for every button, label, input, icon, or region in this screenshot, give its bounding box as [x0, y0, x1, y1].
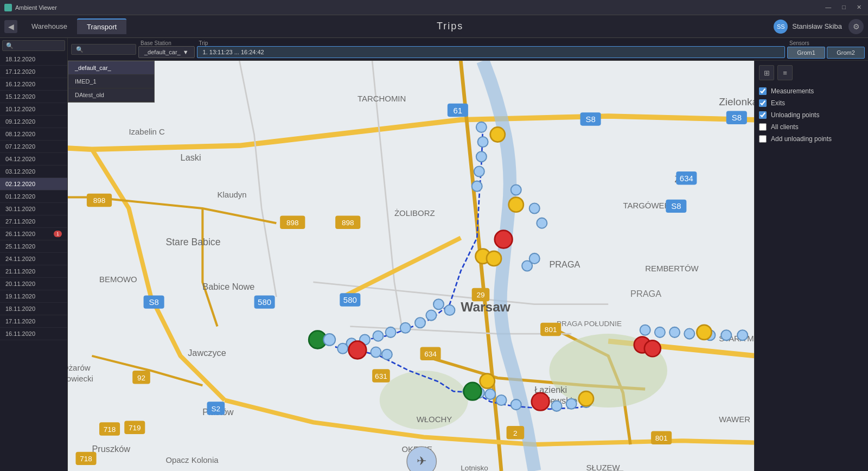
unloading-row: Unloading points [759, 110, 864, 120]
date-item[interactable]: 09.12.2020 [0, 116, 67, 128]
svg-text:PRAGA POŁUDNIE: PRAGA POŁUDNIE [557, 320, 622, 328]
date-item[interactable]: 10.12.2020 [0, 103, 67, 116]
bs-option-default[interactable]: _default_car_ [68, 61, 154, 75]
date-item[interactable]: 03.12.2020 [0, 166, 67, 178]
svg-point-150 [552, 401, 562, 411]
svg-point-135 [640, 325, 650, 335]
date-item[interactable]: 01.12.2020 [0, 190, 67, 203]
navbar: ◀ Warehouse Transport Trips SS Stanisław… [0, 15, 868, 38]
svg-point-115 [495, 231, 513, 249]
svg-text:Lotnisko: Lotnisko [461, 464, 488, 471]
date-item[interactable]: 20.11.2020 [0, 278, 67, 290]
map-container[interactable]: Zielonka Sulejówek STARA MIŁOSNA PRAGA P… [68, 61, 754, 471]
base-station-dropdown-btn[interactable]: _default_car_ ▼ [138, 46, 195, 58]
svg-text:29: 29 [476, 291, 484, 299]
date-search-input[interactable] [2, 40, 65, 51]
exits-checkbox[interactable] [759, 99, 767, 107]
tab-warehouse[interactable]: Warehouse [22, 19, 77, 34]
date-item[interactable]: 27.11.2020 [0, 215, 67, 228]
svg-text:✈: ✈ [417, 454, 426, 468]
all-clients-checkbox[interactable] [759, 123, 767, 131]
date-item[interactable]: 17.11.2020 [0, 315, 67, 328]
svg-point-134 [382, 349, 392, 360]
trip-label: Trip [197, 40, 785, 46]
date-item[interactable]: 04.12.2020 [0, 153, 67, 166]
svg-point-156 [464, 383, 482, 400]
svg-text:TARCHOMIN: TARCHOMIN [358, 94, 406, 103]
date-item[interactable]: 26.11.20201 [0, 228, 67, 240]
svg-point-126 [373, 331, 383, 341]
add-unloading-row: Add unloading points [759, 133, 864, 144]
svg-text:PRAGA: PRAGA [630, 289, 661, 298]
all-clients-label: All clients [771, 123, 799, 131]
date-item[interactable]: 18.12.2020 [0, 53, 67, 66]
svg-text:S8: S8 [585, 114, 595, 124]
svg-point-117 [487, 251, 501, 266]
svg-text:580: 580 [258, 297, 271, 307]
tab-transport[interactable]: Transport [77, 18, 126, 34]
svg-text:S8: S8 [732, 113, 742, 122]
main-content: 18.12.202017.12.202016.12.202015.12.2020… [0, 38, 868, 471]
svg-text:Warsaw: Warsaw [461, 300, 511, 314]
svg-text:PRAGA: PRAGA [549, 259, 580, 269]
svg-text:SŁUZEW: SŁUZEW [586, 463, 620, 471]
date-item[interactable]: 16.12.2020 [0, 78, 67, 91]
svg-point-110 [511, 184, 521, 195]
date-item[interactable]: 08.12.2020 [0, 128, 67, 141]
date-item[interactable]: 25.11.2020 [0, 240, 67, 253]
sensors-label: Sensors [787, 40, 812, 46]
svg-point-140 [721, 330, 731, 340]
svg-text:S2: S2 [212, 405, 221, 413]
map-row: Zielonka Sulejówek STARA MIŁOSNA PRAGA P… [68, 61, 868, 471]
date-item[interactable]: 30.11.2020 [0, 203, 67, 215]
measurements-checkbox[interactable] [759, 87, 767, 95]
svg-text:61: 61 [454, 106, 463, 115]
date-item[interactable]: 21.11.2020 [0, 265, 67, 278]
date-item[interactable]: 19.11.2020 [0, 290, 67, 303]
date-item[interactable]: 15.12.2020 [0, 91, 67, 103]
svg-point-106 [478, 137, 488, 147]
svg-text:2: 2 [513, 429, 518, 437]
svg-text:92: 92 [137, 374, 145, 382]
maximize-button[interactable]: □ [840, 4, 848, 11]
unloading-label: Unloading points [771, 111, 819, 119]
minimize-button[interactable]: — [823, 4, 833, 11]
svg-text:BEMOWO: BEMOWO [99, 275, 137, 284]
svg-point-109 [472, 181, 482, 192]
svg-point-144 [644, 340, 661, 357]
svg-text:WŁOCHY: WŁOCHY [417, 415, 452, 424]
sensor2-button[interactable]: Grom2 [827, 47, 865, 59]
date-item[interactable]: 24.11.2020 [0, 253, 67, 265]
date-panel: 18.12.202017.12.202016.12.202015.12.2020… [0, 38, 68, 471]
svg-text:898: 898 [342, 219, 354, 227]
right-toolbar: ⊞ ≡ [759, 65, 864, 80]
bs-option-datest[interactable]: DAtest_old [68, 88, 154, 102]
close-button[interactable]: ✕ [854, 4, 864, 11]
list-icon[interactable]: ≡ [777, 65, 793, 80]
svg-point-119 [522, 260, 532, 271]
trip-dropdown-btn[interactable]: 1. 13:11:23 ... 16:24:42 [197, 46, 785, 58]
svg-point-113 [490, 127, 505, 142]
date-item[interactable]: 18.11.2020 [0, 303, 67, 315]
app-icon [4, 4, 12, 11]
unloading-checkbox[interactable] [759, 111, 767, 119]
settings-button[interactable]: ⚙ [848, 19, 864, 34]
svg-text:634: 634 [680, 174, 693, 183]
sensor1-button[interactable]: Grom1 [787, 47, 825, 59]
svg-text:TARGÓWEK: TARGÓWEK [623, 201, 669, 210]
svg-point-142 [697, 325, 711, 340]
measurements-row: Measurements [759, 86, 864, 97]
svg-point-138 [684, 329, 694, 339]
bs-option-imed1[interactable]: IMED_1 [68, 75, 154, 88]
svg-point-107 [476, 151, 487, 162]
station-search-input[interactable] [71, 44, 136, 55]
layers-icon[interactable]: ⊞ [759, 65, 774, 80]
date-item[interactable]: 16.11.2020 [0, 328, 67, 340]
date-item[interactable]: 17.12.2020 [0, 66, 67, 78]
date-item[interactable]: 07.12.2020 [0, 141, 67, 153]
svg-text:Jawczyce: Jawczyce [188, 348, 226, 358]
svg-text:S8: S8 [149, 297, 158, 307]
nav-back-button[interactable]: ◀ [4, 20, 17, 33]
add-unloading-checkbox[interactable] [759, 135, 767, 143]
date-item[interactable]: 02.12.2020 [0, 178, 67, 190]
